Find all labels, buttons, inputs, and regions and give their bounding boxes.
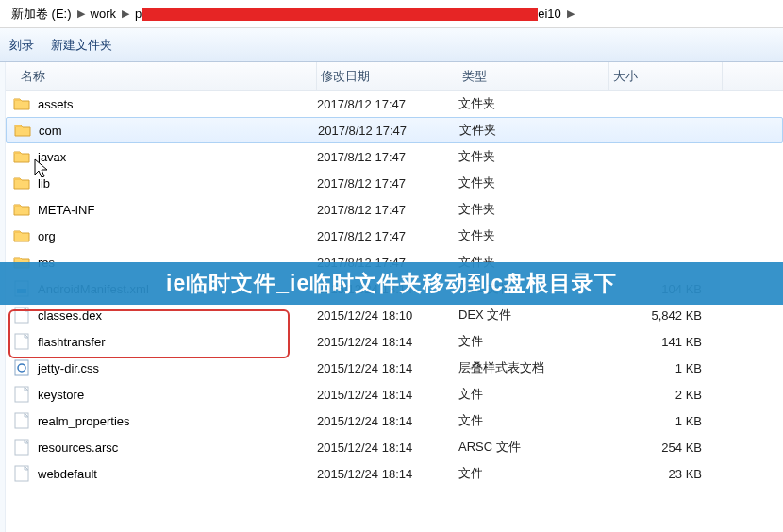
file-icon — [11, 386, 32, 403]
file-date: 2015/12/24 18:14 — [317, 361, 458, 375]
breadcrumb-folder2[interactable]: pei10 — [131, 7, 565, 22]
file-date: 2017/8/12 17:47 — [317, 150, 458, 164]
file-size: 141 KB — [609, 335, 723, 349]
table-row[interactable]: org2017/8/12 17:47文件夹 — [6, 223, 783, 249]
table-row[interactable]: jetty-dir.css2015/12/24 18:14层叠样式表文档1 KB — [6, 355, 783, 381]
chevron-right-icon: ▶ — [120, 8, 131, 20]
breadcrumb-prefix: p — [135, 7, 142, 21]
file-date: 2015/12/24 18:14 — [317, 335, 458, 349]
file-date: 2017/8/12 17:47 — [317, 229, 458, 243]
file-size: 1 KB — [609, 361, 723, 375]
file-size: 5,842 KB — [609, 308, 723, 323]
file-size: 1 KB — [609, 414, 723, 428]
file-name: webdefault — [32, 467, 317, 481]
file-type: DEX 文件 — [458, 307, 609, 324]
chevron-right-icon: ▶ — [75, 8, 87, 20]
col-header-date[interactable]: 修改日期 — [317, 62, 458, 90]
folder-icon — [11, 228, 32, 243]
table-row[interactable]: keystore2015/12/24 18:14文件2 KB — [6, 381, 783, 407]
table-row[interactable]: realm_properties2015/12/24 18:14文件1 KB — [6, 407, 783, 434]
file-type: 文件夹 — [458, 227, 609, 244]
file-date: 2017/8/12 17:47 — [318, 124, 459, 138]
table-row[interactable]: resources.arsc2015/12/24 18:14ARSC 文件254… — [6, 434, 783, 460]
file-type: 层叠样式表文档 — [458, 359, 609, 376]
file-type: 文件 — [458, 412, 609, 429]
col-header-size[interactable]: 大小 — [609, 62, 723, 90]
file-date: 2015/12/24 18:14 — [317, 441, 458, 455]
file-type: 文件夹 — [458, 201, 609, 218]
breadcrumb-folder1[interactable]: work — [87, 7, 120, 21]
file-size: 23 KB — [609, 467, 723, 481]
table-row[interactable]: META-INF2017/8/12 17:47文件夹 — [6, 196, 783, 223]
file-name: META-INF — [32, 203, 317, 217]
chevron-right-icon: ▶ — [565, 8, 576, 20]
file-type: 文件夹 — [459, 122, 610, 139]
file-name: org — [32, 229, 317, 243]
table-row[interactable]: lib2017/8/12 17:47文件夹 — [6, 170, 783, 196]
file-name: keystore — [32, 388, 317, 402]
file-icon — [11, 465, 32, 482]
folder-icon — [11, 175, 32, 191]
file-name: jetty-dir.css — [32, 361, 317, 375]
css-icon — [11, 359, 32, 376]
file-name: assets — [32, 97, 317, 111]
table-row[interactable]: javax2017/8/12 17:47文件夹 — [6, 143, 783, 170]
breadcrumb-root[interactable]: 新加卷 (E:) — [8, 6, 75, 23]
file-name: flashtransfer — [32, 335, 317, 349]
file-name: resources.arsc — [32, 441, 317, 455]
file-date: 2017/8/12 17:47 — [317, 176, 458, 191]
file-date: 2015/12/24 18:10 — [317, 308, 458, 323]
file-type: 文件夹 — [458, 95, 609, 112]
file-name: realm_properties — [32, 414, 317, 428]
file-icon — [11, 412, 32, 429]
toolbar: 刻录 新建文件夹 — [0, 28, 783, 62]
file-size: 254 KB — [609, 441, 723, 455]
file-name: javax — [32, 150, 317, 164]
burn-button[interactable]: 刻录 — [9, 37, 34, 54]
folder-icon — [11, 96, 32, 111]
file-name: lib — [32, 176, 317, 191]
folder-icon — [12, 123, 33, 138]
file-name: classes.dex — [32, 308, 317, 323]
file-icon — [11, 333, 32, 350]
file-icon — [11, 439, 32, 456]
table-row[interactable]: classes.dex2015/12/24 18:10DEX 文件5,842 K… — [6, 302, 783, 328]
new-folder-button[interactable]: 新建文件夹 — [51, 37, 112, 54]
folder-icon — [11, 149, 32, 164]
redacted-segment — [142, 8, 538, 21]
file-type: 文件 — [458, 386, 609, 403]
folder-icon — [11, 202, 32, 217]
table-row[interactable]: webdefault2015/12/24 18:14文件23 KB — [6, 460, 783, 487]
file-icon — [11, 307, 32, 324]
file-size: 2 KB — [609, 388, 723, 402]
file-date: 2017/8/12 17:47 — [317, 97, 458, 111]
file-date: 2015/12/24 18:14 — [317, 467, 458, 481]
file-type: 文件 — [458, 465, 609, 482]
table-row[interactable]: assets2017/8/12 17:47文件夹 — [6, 91, 783, 117]
file-date: 2015/12/24 18:14 — [317, 388, 458, 402]
breadcrumb-suffix: ei10 — [538, 7, 561, 21]
table-row[interactable]: flashtransfer2015/12/24 18:14文件141 KB — [6, 328, 783, 355]
file-type: 文件 — [458, 333, 609, 350]
col-header-type[interactable]: 类型 — [458, 62, 609, 90]
overlay-banner: ie临时文件_ie临时文件夹移动到c盘根目录下 — [0, 262, 783, 305]
file-type: ARSC 文件 — [458, 439, 609, 456]
file-name: com — [33, 124, 318, 138]
file-type: 文件夹 — [458, 175, 609, 191]
file-date: 2017/8/12 17:47 — [317, 203, 458, 217]
file-date: 2015/12/24 18:14 — [317, 414, 458, 428]
column-headers[interactable]: 名称 修改日期 类型 大小 — [6, 62, 783, 91]
breadcrumb[interactable]: 新加卷 (E:) ▶ work ▶ pei10 ▶ — [0, 0, 783, 28]
file-type: 文件夹 — [458, 148, 609, 165]
table-row[interactable]: com2017/8/12 17:47文件夹 — [6, 117, 783, 143]
svg-rect-4 — [15, 360, 28, 375]
col-header-name[interactable]: 名称 — [6, 62, 317, 90]
